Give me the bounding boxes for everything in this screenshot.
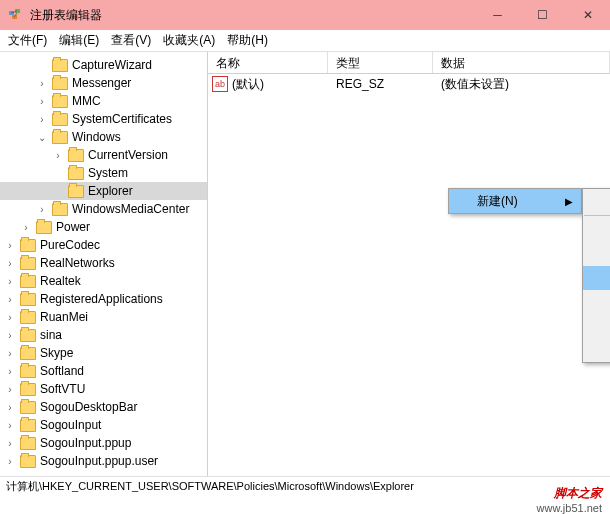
expand-icon[interactable]: › (36, 96, 48, 107)
value-name: (默认) (232, 76, 264, 93)
maximize-button[interactable]: ☐ (520, 0, 565, 30)
new-qword[interactable]: QWORD (64 位)值(Q) (583, 290, 610, 314)
tree-item[interactable]: ›Power (0, 218, 207, 236)
expand-icon[interactable]: › (36, 78, 48, 89)
minimize-button[interactable]: ─ (475, 0, 520, 30)
tree-item[interactable]: ›RegisteredApplications (0, 290, 207, 308)
new-binary[interactable]: 二进制值(B) (583, 242, 610, 266)
expand-icon[interactable]: › (4, 312, 16, 323)
folder-icon (68, 167, 84, 180)
tree-item[interactable]: ›PureCodec (0, 236, 207, 254)
tree-item-label: RegisteredApplications (40, 292, 163, 306)
expand-icon[interactable]: › (4, 402, 16, 413)
value-type: REG_SZ (328, 77, 433, 91)
folder-icon (20, 455, 36, 468)
menu-separator (584, 215, 610, 216)
expand-icon[interactable]: › (4, 420, 16, 431)
tree-item-label: RealNetworks (40, 256, 115, 270)
tree-item[interactable]: ›SystemCertificates (0, 110, 207, 128)
tree-item[interactable]: Explorer (0, 182, 207, 200)
string-value-icon: ab (212, 76, 228, 92)
submenu-arrow-icon: ▶ (565, 196, 573, 207)
context-submenu-new: 项(K) 字符串值(S) 二进制值(B) DWORD (32 位)值(D) QW… (582, 188, 610, 363)
registry-tree[interactable]: CaptureWizard›Messenger›MMC›SystemCertif… (0, 52, 208, 482)
folder-icon (20, 275, 36, 288)
tree-item-label: CaptureWizard (72, 58, 152, 72)
expand-icon[interactable]: › (20, 222, 32, 233)
new-string[interactable]: 字符串值(S) (583, 218, 610, 242)
tree-item[interactable]: ›Skype (0, 344, 207, 362)
tree-item[interactable]: ›SogouInput (0, 416, 207, 434)
tree-item[interactable]: ›MMC (0, 92, 207, 110)
expand-icon[interactable]: › (4, 456, 16, 467)
tree-item[interactable]: ⌄Windows (0, 128, 207, 146)
expand-icon[interactable]: › (4, 258, 16, 269)
tree-item-label: CurrentVersion (88, 148, 168, 162)
folder-icon (20, 239, 36, 252)
tree-item[interactable]: ›Messenger (0, 74, 207, 92)
expand-icon[interactable]: › (52, 150, 64, 161)
tree-item[interactable]: ›sina (0, 326, 207, 344)
expand-icon[interactable]: › (4, 348, 16, 359)
value-list-pane: 名称 类型 数据 ab (默认) REG_SZ (数值未设置) 新建(N) ▶ … (208, 52, 610, 482)
tree-item[interactable]: System (0, 164, 207, 182)
folder-icon (20, 419, 36, 432)
folder-icon (52, 131, 68, 144)
tree-item[interactable]: ›Realtek (0, 272, 207, 290)
header-type[interactable]: 类型 (328, 52, 433, 73)
tree-item[interactable]: ›Softland (0, 362, 207, 380)
expand-icon[interactable]: › (4, 366, 16, 377)
header-data[interactable]: 数据 (433, 52, 610, 73)
new-expandstring[interactable]: 可扩充字符串值(E) (583, 338, 610, 362)
menu-file[interactable]: 文件(F) (2, 32, 53, 49)
menu-help[interactable]: 帮助(H) (221, 32, 274, 49)
menu-favorites[interactable]: 收藏夹(A) (157, 32, 221, 49)
value-row[interactable]: ab (默认) REG_SZ (数值未设置) (208, 74, 610, 94)
new-multistring[interactable]: 多字符串值(M) (583, 314, 610, 338)
close-button[interactable]: ✕ (565, 0, 610, 30)
list-header: 名称 类型 数据 (208, 52, 610, 74)
expand-icon[interactable]: › (4, 384, 16, 395)
expand-icon[interactable]: › (36, 114, 48, 125)
menu-edit[interactable]: 编辑(E) (53, 32, 105, 49)
tree-item[interactable]: ›CurrentVersion (0, 146, 207, 164)
expand-icon[interactable]: › (4, 294, 16, 305)
tree-item-label: Softland (40, 364, 84, 378)
expand-icon[interactable]: › (4, 240, 16, 251)
folder-icon (20, 329, 36, 342)
folder-icon (20, 311, 36, 324)
expand-icon[interactable]: ⌄ (36, 132, 48, 143)
expand-icon[interactable]: › (36, 204, 48, 215)
tree-item[interactable]: ›SogouInput.ppup (0, 434, 207, 452)
folder-icon (20, 365, 36, 378)
context-new[interactable]: 新建(N) ▶ (449, 189, 581, 213)
folder-icon (52, 95, 68, 108)
tree-item-label: SogouInput (40, 418, 101, 432)
tree-item-label: MMC (72, 94, 101, 108)
tree-item-label: Explorer (88, 184, 133, 198)
window-title: 注册表编辑器 (30, 7, 475, 24)
folder-icon (68, 185, 84, 198)
tree-item[interactable]: ›SoftVTU (0, 380, 207, 398)
tree-item[interactable]: ›RealNetworks (0, 254, 207, 272)
app-icon (8, 7, 24, 23)
expand-icon[interactable]: › (4, 276, 16, 287)
tree-item[interactable]: ›SogouInput.ppup.user (0, 452, 207, 470)
tree-item[interactable]: ›WindowsMediaCenter (0, 200, 207, 218)
tree-item[interactable]: CaptureWizard (0, 56, 207, 74)
tree-item-label: Skype (40, 346, 73, 360)
new-dword[interactable]: DWORD (32 位)值(D) (583, 266, 610, 290)
tree-item[interactable]: ›RuanMei (0, 308, 207, 326)
header-name[interactable]: 名称 (208, 52, 328, 73)
tree-item-label: System (88, 166, 128, 180)
expand-icon[interactable]: › (4, 330, 16, 341)
expand-icon[interactable]: › (4, 438, 16, 449)
menu-view[interactable]: 查看(V) (105, 32, 157, 49)
window-controls: ─ ☐ ✕ (475, 0, 610, 30)
content-area: CaptureWizard›Messenger›MMC›SystemCertif… (0, 52, 610, 482)
tree-item[interactable]: ›SogouDesktopBar (0, 398, 207, 416)
folder-icon (20, 437, 36, 450)
folder-icon (20, 347, 36, 360)
value-data: (数值未设置) (433, 76, 610, 93)
new-key[interactable]: 项(K) (583, 189, 610, 213)
